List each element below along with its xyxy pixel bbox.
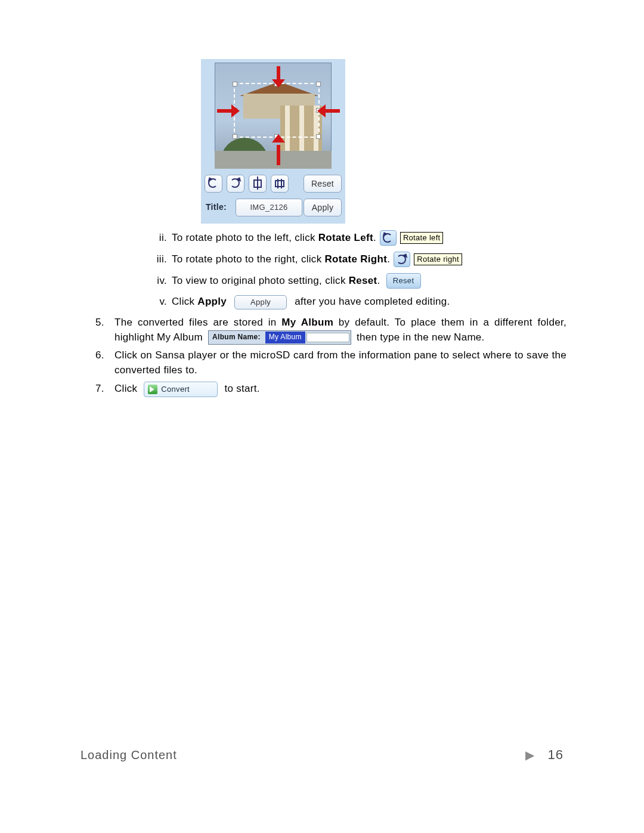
crop-handle-bottom-left[interactable]	[233, 134, 237, 139]
step-7: 7. Click Convert to start.	[95, 382, 566, 397]
inline-apply-button[interactable]: Apply	[234, 295, 287, 309]
inline-rotate-right-button[interactable]	[394, 252, 410, 267]
album-name-label: Album Name:	[210, 332, 263, 343]
step-iii-text: To rotate photo to the right, click Rota…	[172, 252, 390, 267]
page-footer: Loading Content ▶ 16	[80, 747, 564, 763]
crop-handle-mid-left[interactable]	[233, 108, 237, 113]
title-label: Title:	[206, 202, 227, 212]
crop-handle-top-right[interactable]	[316, 82, 321, 86]
step-ii-num: ii.	[95, 231, 167, 246]
fit-screen-button[interactable]	[271, 175, 289, 193]
step-5-num: 5.	[95, 315, 104, 330]
step-v-num: v.	[95, 295, 167, 309]
rotate-left-icon	[380, 231, 396, 245]
crop-handle-top-mid[interactable]	[274, 82, 279, 86]
crop-selection[interactable]	[234, 83, 320, 138]
page-number: 16	[548, 747, 564, 763]
step-ii: ii. To rotate photo to the left, click R…	[95, 230, 566, 246]
convert-icon	[148, 385, 157, 394]
step-iv-num: iv.	[95, 274, 167, 289]
step-v: v. Click Apply Apply after you have comp…	[95, 295, 566, 309]
footer-section: Loading Content	[80, 748, 177, 762]
album-name-value[interactable]: My Album	[265, 332, 305, 343]
inline-rotate-left-button[interactable]	[380, 230, 397, 246]
rotate-right-icon	[394, 252, 410, 267]
step-iii: iii. To rotate photo to the right, click…	[95, 252, 566, 267]
rotate-right-button[interactable]	[227, 175, 244, 193]
page-indicator-icon: ▶	[525, 748, 535, 762]
photo-editor-panel: Reset Title: IMG_2126 Apply	[201, 59, 345, 224]
step-6: 6. Click on Sansa player or the microSD …	[95, 348, 566, 378]
photo-preview	[215, 63, 332, 169]
crop-handle-bottom-mid[interactable]	[274, 134, 279, 139]
album-name-widget[interactable]: Album Name: My Album	[208, 330, 351, 345]
crop-handle-top-left[interactable]	[233, 82, 237, 86]
apply-button[interactable]: Apply	[304, 199, 342, 216]
inline-reset-button[interactable]: Reset	[386, 273, 421, 289]
step-iv: iv. To view to original photo setting, c…	[95, 273, 566, 289]
reset-button[interactable]: Reset	[304, 175, 342, 193]
convert-button[interactable]: Convert	[144, 382, 218, 397]
tooltip-rotate-left: Rotate left	[400, 232, 444, 244]
crop-handle-mid-right[interactable]	[316, 108, 321, 113]
step-5: 5. The converted files are stored in My …	[95, 315, 566, 345]
step-iv-text: To view to original photo setting, click…	[172, 274, 380, 289]
rotate-left-button[interactable]	[205, 175, 222, 193]
album-name-field[interactable]	[306, 333, 349, 342]
title-input[interactable]: IMG_2126	[236, 199, 302, 216]
convert-label: Convert	[161, 384, 190, 395]
crop-handle-bottom-right[interactable]	[316, 134, 321, 139]
step-7-num: 7.	[95, 382, 104, 397]
step-6-text: Click on Sansa player or the microSD car…	[114, 349, 566, 376]
instruction-body: ii. To rotate photo to the left, click R…	[95, 230, 566, 397]
step-6-num: 6.	[95, 348, 104, 363]
step-ii-text: To rotate photo to the left, click Rotat…	[172, 231, 376, 246]
crop-button[interactable]	[249, 175, 267, 193]
step-v-text: Click Apply Apply after you have complet…	[172, 295, 450, 309]
tooltip-rotate-right: Rotate right	[414, 253, 462, 265]
step-iii-num: iii.	[95, 252, 167, 267]
